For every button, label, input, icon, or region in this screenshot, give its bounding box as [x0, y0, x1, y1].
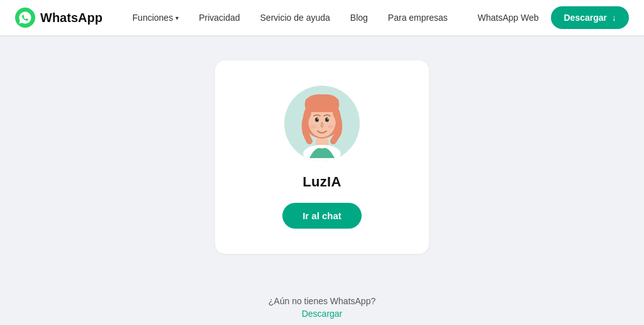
whatsapp-web-link[interactable]: WhatsApp Web	[477, 13, 538, 23]
footer-download-link[interactable]: Descargar	[302, 309, 343, 319]
logo-text: WhatsApp	[40, 11, 103, 25]
nav-link-funciones[interactable]: Funciones ▾	[133, 13, 179, 23]
profile-name: LuzIA	[303, 174, 341, 190]
avatar	[284, 86, 360, 161]
profile-card: LuzIA Ir al chat	[215, 60, 429, 254]
nav-item-privacidad[interactable]: Privacidad	[199, 13, 240, 23]
chevron-down-icon: ▾	[175, 14, 179, 21]
nav-link-blog[interactable]: Blog	[350, 13, 368, 23]
no-whatsapp-section: ¿Aún no tienes WhatsApp? Descargar	[0, 281, 644, 325]
svg-point-6	[315, 118, 319, 122]
nav-link-servicio[interactable]: Servicio de ayuda	[260, 13, 330, 23]
main-content: LuzIA Ir al chat	[0, 35, 644, 281]
nav-right: WhatsApp Web Descargar ↓	[477, 6, 629, 29]
nav-item-blog[interactable]: Blog	[350, 13, 368, 23]
go-to-chat-button[interactable]: Ir al chat	[282, 203, 362, 229]
download-button[interactable]: Descargar ↓	[551, 6, 629, 29]
nav-item-funciones[interactable]: Funciones ▾	[133, 13, 179, 23]
nav-links: Funciones ▾ Privacidad Servicio de ayuda…	[133, 13, 448, 23]
svg-point-8	[318, 118, 319, 120]
svg-point-7	[325, 118, 329, 122]
nav-item-empresas[interactable]: Para empresas	[388, 13, 448, 23]
logo-link[interactable]: WhatsApp	[15, 8, 103, 28]
nav-link-empresas[interactable]: Para empresas	[388, 13, 448, 23]
nav-link-privacidad[interactable]: Privacidad	[199, 13, 240, 23]
download-icon: ↓	[612, 13, 616, 23]
svg-point-11	[328, 125, 334, 128]
whatsapp-logo-icon	[15, 8, 35, 28]
avatar-illustration	[284, 86, 360, 161]
no-whatsapp-text: ¿Aún no tienes WhatsApp?	[269, 296, 375, 306]
navbar: WhatsApp Funciones ▾ Privacidad Servicio…	[0, 0, 644, 35]
svg-point-10	[310, 125, 316, 128]
svg-point-9	[328, 118, 329, 120]
nav-item-servicio[interactable]: Servicio de ayuda	[260, 13, 330, 23]
